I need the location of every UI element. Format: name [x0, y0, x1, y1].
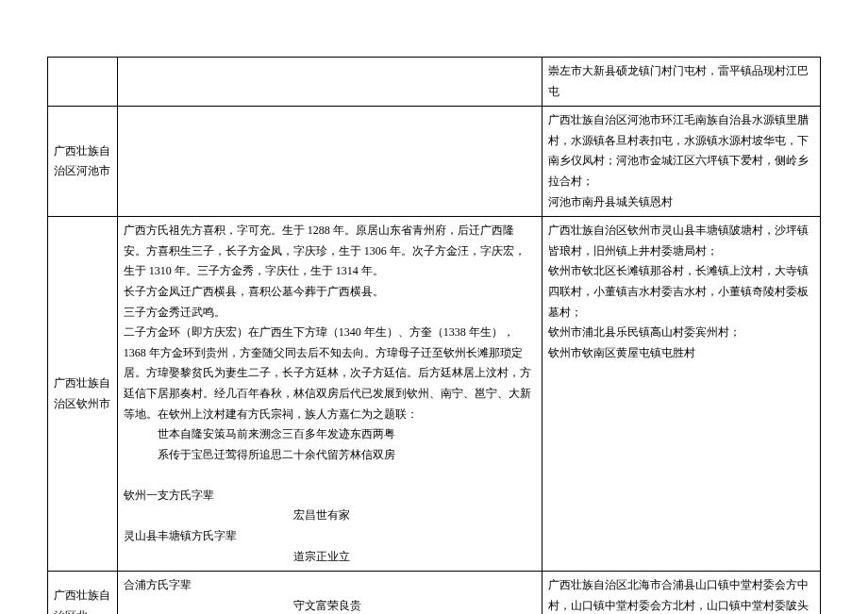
right-line: 河池市南丹县城关镇恩村 [548, 192, 814, 213]
right-cell: 广西壮族自治区北海市合浦县山口镇中堂村委会方中村，山口镇中堂村委会方北村，山口镇… [542, 572, 821, 614]
right-line: 广西壮族自治区河池市环江毛南族自治县水源镇里腊村，水源镇各旦村表扣屯，水源镇水源… [548, 110, 814, 191]
middle-cell: 合浦方氏字辈 守文富荣良贵 [117, 572, 542, 614]
middle-line: 广西方氏祖先方喜积，字可充。生于 1288 年。原居山东省青州府，后迁广西隆安。… [124, 221, 536, 282]
table-row: 广西壮族自治区河池市 广西壮族自治区河池市环江毛南族自治县水源镇里腊村，水源镇各… [48, 107, 821, 217]
right-cell: 广西壮族自治区钦州市灵山县丰塘镇陂塘村，沙坪镇皆琅村，旧州镇上井村委塘局村； 钦… [542, 217, 821, 572]
right-line: 钦州市钦北区长滩镇那谷村，长滩镇上汶村，大寺镇四联村，小董镇吉水村委吉水村，小董… [548, 261, 814, 323]
middle-cell: 广西方氏祖先方喜积，字可充。生于 1288 年。原居山东省青州府，后迁广西隆安。… [117, 217, 542, 572]
generation-title: 合浦方氏字辈 [124, 575, 536, 596]
region-cell [48, 58, 118, 107]
right-cell: 崇左市大新县硕龙镇门村门屯村，雷平镇品现村江巴屯 [542, 58, 821, 107]
couplet-line: 系传于宝邑迁莺得所追思二十余代留芳林信双房 [124, 445, 536, 466]
generation-value: 道宗正业立 [124, 547, 536, 568]
table-row: 广西壮族自治区钦州市 广西方氏祖先方喜积，字可充。生于 1288 年。原居山东省… [48, 217, 821, 572]
middle-line: 二子方金环（即方庆宏）在广西生下方瑋（1340 年生）、方奎（1338 年生），… [124, 323, 536, 424]
generation-title: 灵山县丰塘镇方氏字辈 [124, 526, 536, 547]
right-cell: 广西壮族自治区河池市环江毛南族自治县水源镇里腊村，水源镇各旦村表扣屯，水源镇水源… [542, 107, 821, 217]
generation-value: 守文富荣良贵 [124, 596, 536, 614]
right-line: 钦州市浦北县乐民镇高山村委宾州村； [548, 323, 814, 343]
lineage-table: 崇左市大新县硕龙镇门村门屯村，雷平镇品现村江巴屯 广西壮族自治区河池市 广西壮族… [47, 57, 821, 614]
region-cell: 广西壮族自治区北 [48, 572, 118, 614]
table-row: 广西壮族自治区北 合浦方氏字辈 守文富荣良贵 广西壮族自治区北海市合浦县山口镇中… [48, 572, 821, 614]
table-row: 崇左市大新县硕龙镇门村门屯村，雷平镇品现村江巴屯 [48, 58, 821, 107]
middle-line: 长子方金凤迁广西横县，喜积公墓今葬于广西横县。 [124, 282, 536, 303]
region-cell: 广西壮族自治区河池市 [48, 107, 118, 217]
right-line: 广西壮族自治区钦州市灵山县丰塘镇陂塘村，沙坪镇皆琅村，旧州镇上井村委塘局村； [548, 221, 814, 261]
middle-line: 三子方金秀迁武鸣。 [124, 303, 536, 324]
right-line: 钦州市钦南区黄屋屯镇屯胜村 [548, 343, 814, 364]
middle-cell [117, 58, 542, 107]
middle-cell [117, 107, 542, 217]
generation-value: 宏昌世有家 [124, 506, 536, 526]
region-cell: 广西壮族自治区钦州市 [48, 217, 118, 572]
couplet-line: 世本自隆安策马前来溯念三百多年发迹东西两粤 [124, 424, 536, 445]
generation-title: 钦州一支方氏字辈 [124, 486, 536, 506]
